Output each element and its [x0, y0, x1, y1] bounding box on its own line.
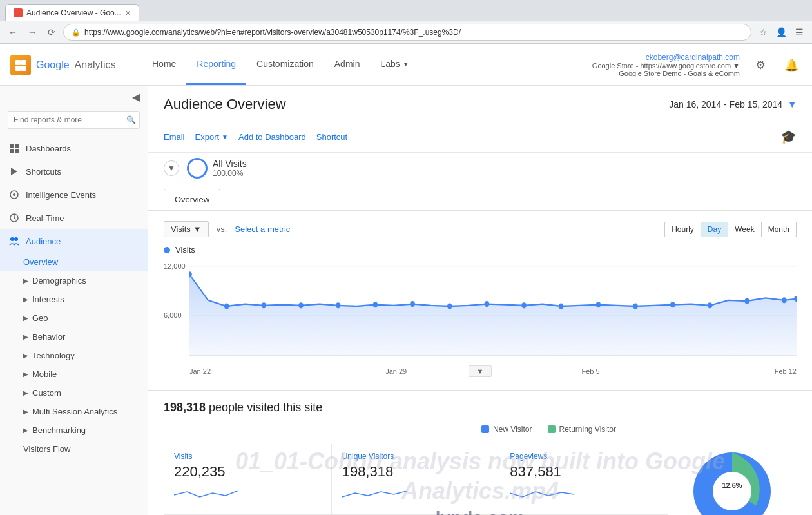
sidebar-toggle-area: ◀ — [0, 86, 148, 108]
metric-dropdown[interactable]: Visits ▼ — [164, 221, 209, 237]
menu-icon[interactable]: ☰ — [791, 24, 807, 40]
svg-rect-3 — [21, 66, 26, 71]
store-dropdown-arrow[interactable]: ▼ — [733, 62, 740, 70]
search-input[interactable] — [8, 111, 140, 129]
export-dropdown-arrow: ▼ — [222, 133, 228, 141]
export-button[interactable]: Export ▼ — [195, 130, 228, 144]
nav-reporting[interactable]: Reporting — [186, 44, 246, 85]
page-title: Audience Overview — [164, 96, 286, 113]
account-info: ckoberg@cardinalpath.com Google Store - … — [592, 53, 740, 77]
browser-tab[interactable]: Audience Overview - Goo... ✕ — [5, 4, 139, 21]
x-label-jan29: Jan 29 — [385, 367, 407, 375]
nav-home[interactable]: Home — [142, 44, 186, 85]
sub-interests-label: Interests — [32, 295, 64, 304]
sidebar-item-realtime[interactable]: Real-Time — [0, 206, 148, 229]
sidebar-sub-mobile[interactable]: ▶ Mobile — [0, 365, 148, 384]
settings-icon-button[interactable]: ⚙ — [750, 55, 771, 75]
x-label-jan22: Jan 22 — [189, 367, 211, 375]
date-range: Jan 16, 2014 - Feb 15, 2014 ▼ — [669, 99, 797, 110]
date-range-arrow-button[interactable]: ▼ — [788, 99, 797, 110]
segment-pct: 100.00% — [213, 169, 247, 178]
svg-line-13 — [14, 218, 16, 219]
sidebar-sub-overview[interactable]: Overview — [0, 253, 148, 271]
sidebar-sub-geo[interactable]: ▶ Geo — [0, 309, 148, 327]
svg-point-34 — [744, 298, 749, 304]
sidebar-sub-benchmarking[interactable]: ▶ Benchmarking — [0, 421, 148, 440]
geo-arrow-icon: ▶ — [23, 315, 28, 322]
sidebar-sub-interests[interactable]: ▶ Interests — [0, 290, 148, 309]
custom-arrow-icon: ▶ — [23, 389, 28, 396]
labs-dropdown-arrow: ▼ — [403, 61, 409, 68]
svg-point-25 — [410, 301, 415, 307]
stats-legend: New Visitor Returning Visitor — [164, 425, 668, 434]
sidebar-item-audience[interactable]: Audience — [0, 229, 148, 253]
sub-benchmarking-label: Benchmarking — [32, 425, 86, 435]
visits-label[interactable]: Visits — [174, 452, 321, 461]
week-button[interactable]: Week — [728, 222, 761, 237]
metric-label: Visits — [171, 224, 191, 234]
svg-point-14 — [10, 237, 14, 241]
date-range-text: Jan 16, 2014 - Feb 15, 2014 — [669, 99, 782, 110]
sidebar-collapse-button[interactable]: ◀ — [130, 88, 142, 106]
shortcuts-icon — [8, 165, 21, 178]
sidebar-sub-custom[interactable]: ▶ Custom — [0, 384, 148, 402]
sub-behavior-label: Behavior — [32, 332, 65, 342]
sidebar: ◀ 🔍 Dashboards Shortcuts — [0, 86, 148, 515]
sidebar-dashboards-label: Dashboards — [26, 144, 71, 153]
month-button[interactable]: Month — [761, 222, 797, 237]
account-email[interactable]: ckoberg@cardinalpath.com — [592, 53, 740, 62]
svg-point-21 — [262, 302, 267, 308]
sub-demographics-label: Demographics — [32, 276, 86, 286]
sidebar-sub-demographics[interactable]: ▶ Demographics — [0, 271, 148, 290]
sub-mobile-label: Mobile — [32, 369, 57, 379]
sidebar-sub-visitors-flow[interactable]: Visitors Flow — [0, 440, 148, 458]
svg-rect-5 — [15, 144, 19, 148]
segment-toggle-button[interactable]: ▼ — [164, 160, 179, 176]
back-button[interactable]: ← — [5, 24, 21, 40]
pageviews-label[interactable]: Pageviews — [510, 452, 657, 461]
sidebar-sub-multi-session[interactable]: ▶ Multi Session Analytics — [0, 402, 148, 421]
visitor-headline: 198,318 people visited this site — [164, 401, 668, 414]
analytics-text: Analytics — [75, 59, 116, 71]
sub-visitors-flow-label: Visitors Flow — [23, 444, 70, 454]
svg-marker-8 — [11, 168, 17, 175]
demographics-arrow-icon: ▶ — [23, 277, 28, 284]
tab-overview[interactable]: Overview — [164, 189, 220, 210]
stats-wrapper: 01_01-Cohort analysis now built into Goo… — [148, 391, 812, 515]
svg-point-38 — [713, 472, 751, 510]
user-avatar-icon[interactable]: 👤 — [773, 24, 789, 40]
chart-svg — [164, 260, 797, 363]
day-button[interactable]: Day — [701, 222, 728, 237]
reload-button[interactable]: ⟳ — [44, 24, 59, 40]
sidebar-item-dashboards[interactable]: Dashboards — [0, 137, 148, 160]
account-demo: Google Store Demo - Goals & eComm — [592, 70, 740, 77]
overview-tabs: Overview — [148, 184, 812, 211]
tab-close-icon[interactable]: ✕ — [125, 9, 131, 17]
bookmark-icon[interactable]: ☆ — [755, 24, 771, 40]
address-bar[interactable]: 🔒 https://www.google.com/analytics/web/?… — [63, 24, 751, 41]
sidebar-sub-behavior[interactable]: ▶ Behavior — [0, 327, 148, 346]
chart-area: Visits ▼ vs. Select a metric Hourly Day … — [148, 211, 812, 391]
select-metric-button[interactable]: Select a metric — [235, 224, 290, 234]
nav-admin[interactable]: Admin — [324, 44, 371, 85]
sidebar-item-intelligence[interactable]: Intelligence Events — [0, 183, 148, 206]
unique-visitors-label[interactable]: Unique Visitors — [342, 452, 489, 461]
notifications-icon-button[interactable]: 🔔 — [781, 55, 802, 75]
shortcut-button[interactable]: Shortcut — [316, 130, 347, 144]
segment-circle-icon — [187, 158, 208, 179]
forward-button[interactable]: → — [24, 24, 40, 40]
nav-labs[interactable]: Labs ▼ — [370, 44, 419, 85]
hourly-button[interactable]: Hourly — [664, 222, 701, 237]
pageviews-value: 837,581 — [510, 463, 657, 480]
sidebar-sub-technology[interactable]: ▶ Technology — [0, 346, 148, 365]
sidebar-item-shortcuts[interactable]: Shortcuts — [0, 160, 148, 183]
sub-custom-label: Custom — [32, 388, 61, 398]
add-to-dashboard-button[interactable]: Add to Dashboard — [238, 130, 306, 144]
stat-visits: Visits 220,235 — [164, 444, 332, 515]
pie-chart-area: 12.6% — [668, 401, 797, 515]
email-button[interactable]: Email — [164, 130, 185, 144]
svg-rect-1 — [21, 60, 26, 65]
new-visitor-label: New Visitor — [493, 425, 532, 434]
help-icon[interactable]: 🎓 — [780, 129, 797, 144]
nav-customization[interactable]: Customization — [246, 44, 324, 85]
